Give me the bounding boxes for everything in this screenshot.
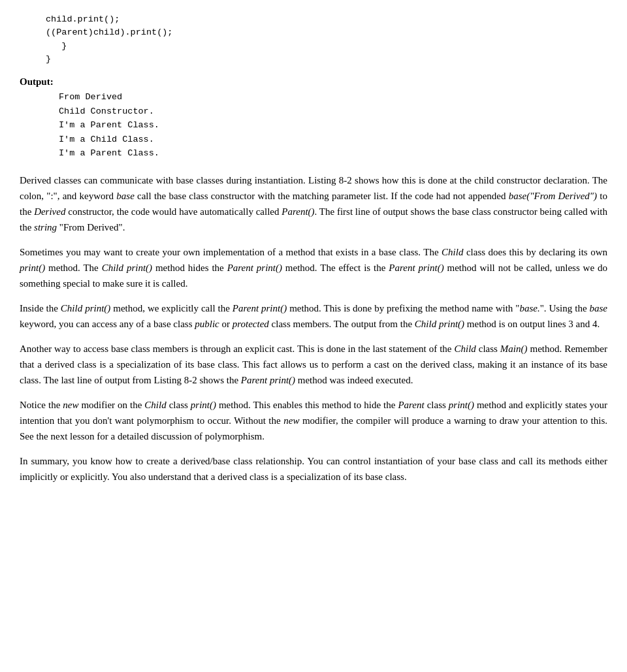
paragraph-5: Notice the new modifier on the Child cla… — [20, 397, 607, 444]
paragraph-3: Inside the Child print() method, we expl… — [20, 300, 607, 332]
paragraph-2: Sometimes you may want to create your ow… — [20, 244, 607, 291]
paragraph-6: In summary, you know how to create a der… — [20, 453, 607, 485]
output-label: Output: — [20, 76, 607, 88]
paragraph-4: Another way to access base class members… — [20, 341, 607, 388]
output-block: From Derived Child Constructor. I'm a Pa… — [20, 90, 607, 161]
paragraph-1: Derived classes can communicate with bas… — [20, 172, 607, 235]
code-block: child.print(); ((Parent)child).print(); … — [20, 13, 607, 66]
page: child.print(); ((Parent)child).print(); … — [0, 0, 627, 672]
